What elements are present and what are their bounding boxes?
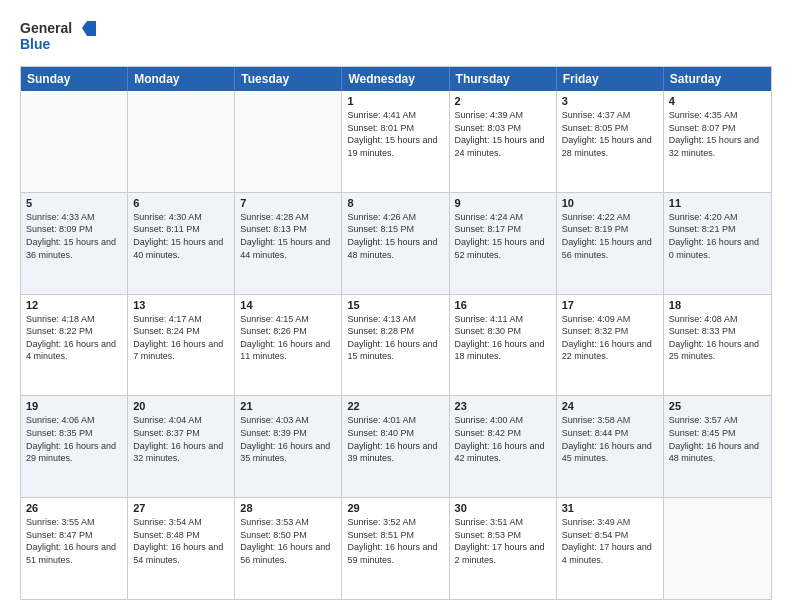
calendar-row-3: 19Sunrise: 4:06 AM Sunset: 8:35 PM Dayli…	[21, 395, 771, 497]
day-cell-3: 3Sunrise: 4:37 AM Sunset: 8:05 PM Daylig…	[557, 91, 664, 192]
header-tuesday: Tuesday	[235, 67, 342, 91]
calendar-row-1: 5Sunrise: 4:33 AM Sunset: 8:09 PM Daylig…	[21, 192, 771, 294]
cell-day-number: 25	[669, 400, 766, 412]
calendar-body: 1Sunrise: 4:41 AM Sunset: 8:01 PM Daylig…	[21, 91, 771, 599]
cell-day-number: 28	[240, 502, 336, 514]
cell-day-number: 31	[562, 502, 658, 514]
cell-day-number: 26	[26, 502, 122, 514]
cell-day-number: 4	[669, 95, 766, 107]
day-cell-10: 10Sunrise: 4:22 AM Sunset: 8:19 PM Dayli…	[557, 193, 664, 294]
day-cell-7: 7Sunrise: 4:28 AM Sunset: 8:13 PM Daylig…	[235, 193, 342, 294]
cell-info: Sunrise: 4:24 AM Sunset: 8:17 PM Dayligh…	[455, 211, 551, 261]
day-cell-19: 19Sunrise: 4:06 AM Sunset: 8:35 PM Dayli…	[21, 396, 128, 497]
empty-cell	[664, 498, 771, 599]
day-cell-30: 30Sunrise: 3:51 AM Sunset: 8:53 PM Dayli…	[450, 498, 557, 599]
cell-info: Sunrise: 4:35 AM Sunset: 8:07 PM Dayligh…	[669, 109, 766, 159]
cell-info: Sunrise: 4:15 AM Sunset: 8:26 PM Dayligh…	[240, 313, 336, 363]
cell-day-number: 17	[562, 299, 658, 311]
cell-info: Sunrise: 4:28 AM Sunset: 8:13 PM Dayligh…	[240, 211, 336, 261]
empty-cell	[128, 91, 235, 192]
header-wednesday: Wednesday	[342, 67, 449, 91]
day-cell-1: 1Sunrise: 4:41 AM Sunset: 8:01 PM Daylig…	[342, 91, 449, 192]
day-cell-20: 20Sunrise: 4:04 AM Sunset: 8:37 PM Dayli…	[128, 396, 235, 497]
svg-marker-2	[82, 21, 96, 36]
empty-cell	[235, 91, 342, 192]
day-cell-12: 12Sunrise: 4:18 AM Sunset: 8:22 PM Dayli…	[21, 295, 128, 396]
header-thursday: Thursday	[450, 67, 557, 91]
cell-day-number: 23	[455, 400, 551, 412]
page: General Blue Sunday Monday Tuesday Wedne…	[0, 0, 792, 612]
day-cell-13: 13Sunrise: 4:17 AM Sunset: 8:24 PM Dayli…	[128, 295, 235, 396]
day-cell-14: 14Sunrise: 4:15 AM Sunset: 8:26 PM Dayli…	[235, 295, 342, 396]
cell-day-number: 15	[347, 299, 443, 311]
header-saturday: Saturday	[664, 67, 771, 91]
cell-info: Sunrise: 4:08 AM Sunset: 8:33 PM Dayligh…	[669, 313, 766, 363]
cell-info: Sunrise: 3:49 AM Sunset: 8:54 PM Dayligh…	[562, 516, 658, 566]
day-cell-21: 21Sunrise: 4:03 AM Sunset: 8:39 PM Dayli…	[235, 396, 342, 497]
day-cell-24: 24Sunrise: 3:58 AM Sunset: 8:44 PM Dayli…	[557, 396, 664, 497]
cell-day-number: 20	[133, 400, 229, 412]
svg-text:General: General	[20, 20, 72, 36]
cell-day-number: 11	[669, 197, 766, 209]
cell-day-number: 29	[347, 502, 443, 514]
day-cell-16: 16Sunrise: 4:11 AM Sunset: 8:30 PM Dayli…	[450, 295, 557, 396]
cell-info: Sunrise: 4:01 AM Sunset: 8:40 PM Dayligh…	[347, 414, 443, 464]
cell-info: Sunrise: 3:53 AM Sunset: 8:50 PM Dayligh…	[240, 516, 336, 566]
day-cell-18: 18Sunrise: 4:08 AM Sunset: 8:33 PM Dayli…	[664, 295, 771, 396]
day-cell-31: 31Sunrise: 3:49 AM Sunset: 8:54 PM Dayli…	[557, 498, 664, 599]
cell-day-number: 18	[669, 299, 766, 311]
cell-info: Sunrise: 4:22 AM Sunset: 8:19 PM Dayligh…	[562, 211, 658, 261]
cell-day-number: 30	[455, 502, 551, 514]
day-cell-2: 2Sunrise: 4:39 AM Sunset: 8:03 PM Daylig…	[450, 91, 557, 192]
header-monday: Monday	[128, 67, 235, 91]
cell-info: Sunrise: 4:37 AM Sunset: 8:05 PM Dayligh…	[562, 109, 658, 159]
day-cell-23: 23Sunrise: 4:00 AM Sunset: 8:42 PM Dayli…	[450, 396, 557, 497]
cell-day-number: 3	[562, 95, 658, 107]
calendar-header: Sunday Monday Tuesday Wednesday Thursday…	[21, 67, 771, 91]
cell-info: Sunrise: 4:41 AM Sunset: 8:01 PM Dayligh…	[347, 109, 443, 159]
day-cell-17: 17Sunrise: 4:09 AM Sunset: 8:32 PM Dayli…	[557, 295, 664, 396]
cell-info: Sunrise: 4:03 AM Sunset: 8:39 PM Dayligh…	[240, 414, 336, 464]
cell-day-number: 19	[26, 400, 122, 412]
calendar-row-2: 12Sunrise: 4:18 AM Sunset: 8:22 PM Dayli…	[21, 294, 771, 396]
day-cell-5: 5Sunrise: 4:33 AM Sunset: 8:09 PM Daylig…	[21, 193, 128, 294]
cell-info: Sunrise: 4:30 AM Sunset: 8:11 PM Dayligh…	[133, 211, 229, 261]
cell-info: Sunrise: 3:58 AM Sunset: 8:44 PM Dayligh…	[562, 414, 658, 464]
cell-day-number: 9	[455, 197, 551, 209]
cell-day-number: 22	[347, 400, 443, 412]
logo-svg: General Blue	[20, 16, 100, 56]
cell-day-number: 1	[347, 95, 443, 107]
day-cell-26: 26Sunrise: 3:55 AM Sunset: 8:47 PM Dayli…	[21, 498, 128, 599]
cell-day-number: 21	[240, 400, 336, 412]
cell-day-number: 8	[347, 197, 443, 209]
day-cell-6: 6Sunrise: 4:30 AM Sunset: 8:11 PM Daylig…	[128, 193, 235, 294]
calendar: Sunday Monday Tuesday Wednesday Thursday…	[20, 66, 772, 600]
cell-day-number: 7	[240, 197, 336, 209]
calendar-row-4: 26Sunrise: 3:55 AM Sunset: 8:47 PM Dayli…	[21, 497, 771, 599]
svg-text:Blue: Blue	[20, 36, 51, 52]
day-cell-22: 22Sunrise: 4:01 AM Sunset: 8:40 PM Dayli…	[342, 396, 449, 497]
calendar-row-0: 1Sunrise: 4:41 AM Sunset: 8:01 PM Daylig…	[21, 91, 771, 192]
cell-info: Sunrise: 4:11 AM Sunset: 8:30 PM Dayligh…	[455, 313, 551, 363]
header: General Blue	[20, 16, 772, 56]
cell-info: Sunrise: 3:55 AM Sunset: 8:47 PM Dayligh…	[26, 516, 122, 566]
day-cell-25: 25Sunrise: 3:57 AM Sunset: 8:45 PM Dayli…	[664, 396, 771, 497]
day-cell-15: 15Sunrise: 4:13 AM Sunset: 8:28 PM Dayli…	[342, 295, 449, 396]
day-cell-28: 28Sunrise: 3:53 AM Sunset: 8:50 PM Dayli…	[235, 498, 342, 599]
cell-info: Sunrise: 4:00 AM Sunset: 8:42 PM Dayligh…	[455, 414, 551, 464]
cell-day-number: 12	[26, 299, 122, 311]
day-cell-4: 4Sunrise: 4:35 AM Sunset: 8:07 PM Daylig…	[664, 91, 771, 192]
cell-day-number: 13	[133, 299, 229, 311]
cell-info: Sunrise: 4:06 AM Sunset: 8:35 PM Dayligh…	[26, 414, 122, 464]
cell-day-number: 27	[133, 502, 229, 514]
cell-info: Sunrise: 3:54 AM Sunset: 8:48 PM Dayligh…	[133, 516, 229, 566]
day-cell-29: 29Sunrise: 3:52 AM Sunset: 8:51 PM Dayli…	[342, 498, 449, 599]
cell-day-number: 24	[562, 400, 658, 412]
cell-info: Sunrise: 4:39 AM Sunset: 8:03 PM Dayligh…	[455, 109, 551, 159]
cell-info: Sunrise: 4:20 AM Sunset: 8:21 PM Dayligh…	[669, 211, 766, 261]
day-cell-9: 9Sunrise: 4:24 AM Sunset: 8:17 PM Daylig…	[450, 193, 557, 294]
cell-info: Sunrise: 4:26 AM Sunset: 8:15 PM Dayligh…	[347, 211, 443, 261]
cell-info: Sunrise: 3:57 AM Sunset: 8:45 PM Dayligh…	[669, 414, 766, 464]
cell-info: Sunrise: 4:09 AM Sunset: 8:32 PM Dayligh…	[562, 313, 658, 363]
cell-day-number: 2	[455, 95, 551, 107]
